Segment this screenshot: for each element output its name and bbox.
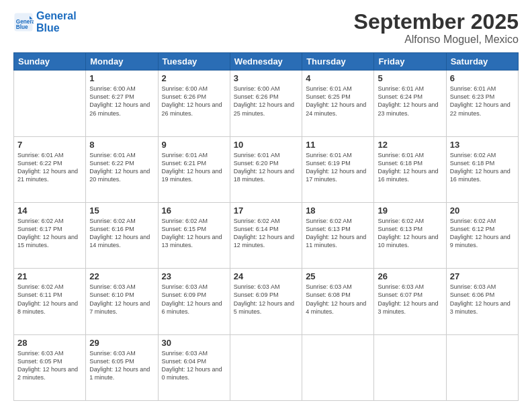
day-info: Sunrise: 6:03 AMSunset: 6:05 PMDaylight:…: [89, 349, 154, 382]
day-number: 16: [162, 205, 226, 216]
title-block: September 2025 Alfonso Moguel, Mexico: [354, 10, 519, 46]
day-info: Sunrise: 6:02 AMSunset: 6:13 PMDaylight:…: [306, 217, 370, 250]
day-number: 4: [306, 73, 370, 83]
day-number: 20: [450, 205, 515, 216]
day-info: Sunrise: 6:00 AMSunset: 6:26 PMDaylight:…: [162, 85, 226, 118]
calendar-cell: 28Sunrise: 6:03 AMSunset: 6:05 PMDayligh…: [14, 334, 86, 400]
logo: General Blue General Blue: [13, 10, 77, 34]
calendar-cell: 15Sunrise: 6:02 AMSunset: 6:16 PMDayligh…: [86, 202, 158, 268]
page: General Blue General Blue September 2025…: [0, 0, 532, 411]
weekday-header-wednesday: Wednesday: [230, 53, 302, 71]
day-info: Sunrise: 6:01 AMSunset: 6:25 PMDaylight:…: [306, 85, 370, 118]
day-number: 3: [234, 73, 298, 83]
calendar-cell: 18Sunrise: 6:02 AMSunset: 6:13 PMDayligh…: [302, 202, 374, 268]
calendar-table: SundayMondayTuesdayWednesdayThursdayFrid…: [13, 52, 519, 401]
day-number: 26: [378, 271, 442, 281]
calendar-cell: [14, 71, 86, 136]
day-number: 28: [17, 338, 82, 348]
day-number: 11: [306, 140, 370, 150]
logo-icon: General Blue: [13, 12, 34, 32]
day-info: Sunrise: 6:02 AMSunset: 6:16 PMDaylight:…: [89, 217, 154, 250]
calendar-cell: 11Sunrise: 6:01 AMSunset: 6:19 PMDayligh…: [302, 136, 374, 202]
calendar-cell: 26Sunrise: 6:03 AMSunset: 6:07 PMDayligh…: [374, 269, 446, 334]
calendar-cell: [302, 334, 374, 400]
day-info: Sunrise: 6:02 AMSunset: 6:11 PMDaylight:…: [17, 283, 82, 316]
calendar-cell: 25Sunrise: 6:03 AMSunset: 6:08 PMDayligh…: [302, 269, 374, 334]
location-subtitle: Alfonso Moguel, Mexico: [354, 34, 519, 46]
day-number: 6: [450, 73, 515, 83]
day-info: Sunrise: 6:02 AMSunset: 6:14 PMDaylight:…: [234, 217, 298, 250]
day-number: 13: [450, 140, 515, 150]
calendar-cell: 2Sunrise: 6:00 AMSunset: 6:26 PMDaylight…: [158, 71, 230, 136]
calendar-cell: 13Sunrise: 6:02 AMSunset: 6:18 PMDayligh…: [446, 136, 518, 202]
day-info: Sunrise: 6:03 AMSunset: 6:06 PMDaylight:…: [450, 283, 515, 316]
day-number: 18: [306, 205, 370, 216]
calendar-cell: 24Sunrise: 6:03 AMSunset: 6:09 PMDayligh…: [230, 269, 302, 334]
day-info: Sunrise: 6:01 AMSunset: 6:21 PMDaylight:…: [162, 151, 226, 184]
day-info: Sunrise: 6:02 AMSunset: 6:17 PMDaylight:…: [17, 217, 82, 250]
calendar-cell: 7Sunrise: 6:01 AMSunset: 6:22 PMDaylight…: [14, 136, 86, 202]
day-info: Sunrise: 6:02 AMSunset: 6:12 PMDaylight:…: [450, 217, 515, 250]
day-info: Sunrise: 6:01 AMSunset: 6:19 PMDaylight:…: [306, 151, 370, 184]
day-info: Sunrise: 6:01 AMSunset: 6:23 PMDaylight:…: [450, 85, 515, 118]
day-number: 8: [89, 140, 154, 150]
day-number: 10: [234, 140, 298, 150]
day-number: 12: [378, 140, 442, 150]
calendar-cell: 6Sunrise: 6:01 AMSunset: 6:23 PMDaylight…: [446, 71, 518, 136]
calendar-cell: [230, 334, 302, 400]
day-info: Sunrise: 6:00 AMSunset: 6:26 PMDaylight:…: [234, 85, 298, 118]
calendar-cell: 21Sunrise: 6:02 AMSunset: 6:11 PMDayligh…: [14, 269, 86, 334]
weekday-header-tuesday: Tuesday: [158, 53, 230, 71]
day-number: 17: [234, 205, 298, 216]
day-info: Sunrise: 6:02 AMSunset: 6:18 PMDaylight:…: [450, 151, 515, 184]
day-number: 7: [17, 140, 82, 150]
day-number: 25: [306, 271, 370, 281]
calendar-cell: 14Sunrise: 6:02 AMSunset: 6:17 PMDayligh…: [14, 202, 86, 268]
calendar-cell: 23Sunrise: 6:03 AMSunset: 6:09 PMDayligh…: [158, 269, 230, 334]
day-info: Sunrise: 6:00 AMSunset: 6:27 PMDaylight:…: [89, 85, 154, 118]
day-info: Sunrise: 6:02 AMSunset: 6:15 PMDaylight:…: [162, 217, 226, 250]
day-info: Sunrise: 6:01 AMSunset: 6:22 PMDaylight:…: [17, 151, 82, 184]
day-number: 23: [162, 271, 226, 281]
day-number: 2: [162, 73, 226, 83]
calendar-cell: 22Sunrise: 6:03 AMSunset: 6:10 PMDayligh…: [86, 269, 158, 334]
weekday-header-monday: Monday: [86, 53, 158, 71]
calendar-cell: [374, 334, 446, 400]
calendar-cell: 19Sunrise: 6:02 AMSunset: 6:13 PMDayligh…: [374, 202, 446, 268]
day-info: Sunrise: 6:03 AMSunset: 6:04 PMDaylight:…: [162, 349, 226, 382]
calendar-cell: [446, 334, 518, 400]
day-info: Sunrise: 6:03 AMSunset: 6:10 PMDaylight:…: [89, 283, 154, 316]
weekday-header-saturday: Saturday: [446, 53, 518, 71]
day-info: Sunrise: 6:03 AMSunset: 6:09 PMDaylight:…: [162, 283, 226, 316]
day-number: 14: [17, 205, 82, 216]
month-title: September 2025: [354, 10, 519, 34]
day-number: 19: [378, 205, 442, 216]
week-row-4: 28Sunrise: 6:03 AMSunset: 6:05 PMDayligh…: [14, 334, 519, 400]
weekday-header-friday: Friday: [374, 53, 446, 71]
calendar-cell: 8Sunrise: 6:01 AMSunset: 6:22 PMDaylight…: [86, 136, 158, 202]
day-number: 27: [450, 271, 515, 281]
day-info: Sunrise: 6:01 AMSunset: 6:22 PMDaylight:…: [89, 151, 154, 184]
day-info: Sunrise: 6:03 AMSunset: 6:09 PMDaylight:…: [234, 283, 298, 316]
calendar-cell: 4Sunrise: 6:01 AMSunset: 6:25 PMDaylight…: [302, 71, 374, 136]
day-number: 30: [162, 338, 226, 348]
day-number: 21: [17, 271, 82, 281]
weekday-header-thursday: Thursday: [302, 53, 374, 71]
calendar-cell: 20Sunrise: 6:02 AMSunset: 6:12 PMDayligh…: [446, 202, 518, 268]
calendar-cell: 27Sunrise: 6:03 AMSunset: 6:06 PMDayligh…: [446, 269, 518, 334]
week-row-3: 21Sunrise: 6:02 AMSunset: 6:11 PMDayligh…: [14, 269, 519, 334]
day-number: 29: [89, 338, 154, 348]
day-number: 15: [89, 205, 154, 216]
day-info: Sunrise: 6:03 AMSunset: 6:07 PMDaylight:…: [378, 283, 442, 316]
week-row-2: 14Sunrise: 6:02 AMSunset: 6:17 PMDayligh…: [14, 202, 519, 268]
week-row-1: 7Sunrise: 6:01 AMSunset: 6:22 PMDaylight…: [14, 136, 519, 202]
day-info: Sunrise: 6:01 AMSunset: 6:20 PMDaylight:…: [234, 151, 298, 184]
calendar-cell: 30Sunrise: 6:03 AMSunset: 6:04 PMDayligh…: [158, 334, 230, 400]
weekday-header-row: SundayMondayTuesdayWednesdayThursdayFrid…: [14, 53, 519, 71]
calendar-cell: 1Sunrise: 6:00 AMSunset: 6:27 PMDaylight…: [86, 71, 158, 136]
day-info: Sunrise: 6:03 AMSunset: 6:05 PMDaylight:…: [17, 349, 82, 382]
day-number: 24: [234, 271, 298, 281]
day-info: Sunrise: 6:01 AMSunset: 6:18 PMDaylight:…: [378, 151, 442, 184]
calendar-cell: 3Sunrise: 6:00 AMSunset: 6:26 PMDaylight…: [230, 71, 302, 136]
calendar-cell: 16Sunrise: 6:02 AMSunset: 6:15 PMDayligh…: [158, 202, 230, 268]
